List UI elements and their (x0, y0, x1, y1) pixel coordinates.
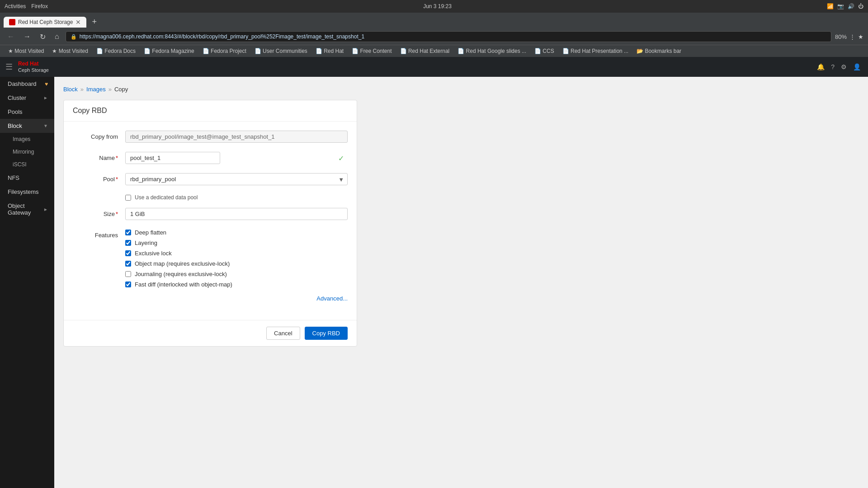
copy-rbd-card: Copy RBD Copy from Name* ✓ (63, 100, 357, 347)
bookmark-most-visited-1[interactable]: ★ Most Visited (5, 47, 47, 55)
sidebar-item-object-gateway[interactable]: Object Gateway ► (0, 199, 54, 220)
feature-object-map-checkbox[interactable] (125, 261, 131, 267)
sidebar-item-iscsi[interactable]: iSCSI (0, 158, 54, 171)
bookmark-free-content[interactable]: 📄 Free Content (348, 47, 395, 55)
bookmark-bookmarks-bar[interactable]: 📂 Bookmarks bar (633, 47, 685, 55)
activities-label[interactable]: Activities (5, 3, 26, 9)
cancel-button[interactable]: Cancel (266, 327, 300, 340)
bookmark-user-communities[interactable]: 📄 User Communities (251, 47, 311, 55)
back-button[interactable]: ← (5, 32, 17, 42)
feature-journaling-row: Journaling (requires exclusive-lock) (125, 271, 348, 277)
feature-exclusive-lock-label: Exclusive lock (135, 250, 172, 257)
reload-button[interactable]: ↻ (37, 32, 48, 42)
object-gateway-chevron-icon: ► (43, 207, 48, 212)
name-input-wrapper: ✓ (125, 152, 348, 164)
sidebar-item-dashboard[interactable]: Dashboard ♥ (0, 77, 54, 91)
mirroring-label: Mirroring (13, 149, 34, 155)
feature-deep-flatten-row: Deep flatten (125, 229, 348, 236)
dedicated-pool-checkbox[interactable] (125, 195, 131, 201)
bookmark-red-hat-external[interactable]: 📄 Red Hat External (396, 47, 453, 55)
pool-select-wrapper: rbd_primary_pool ▼ (125, 173, 348, 185)
power-icon[interactable]: ⏻ (858, 3, 863, 9)
bookmark-fedora-project[interactable]: 📄 Fedora Project (199, 47, 250, 55)
copy-from-label: Copy from (73, 131, 118, 140)
network-icon: 📶 (827, 3, 834, 9)
sidebar-item-nfs[interactable]: NFS (0, 171, 54, 185)
bookmark-ccs[interactable]: 📄 CCS (531, 47, 558, 55)
name-valid-icon: ✓ (338, 154, 344, 162)
feature-fast-diff-checkbox[interactable] (125, 282, 131, 287)
bookmark-fedora-magazine[interactable]: 📄 Fedora Magazine (140, 47, 198, 55)
heart-icon: ♥ (45, 81, 48, 87)
size-input[interactable] (125, 208, 348, 220)
feature-exclusive-lock-checkbox[interactable] (125, 250, 131, 256)
hamburger-menu-icon[interactable]: ☰ (5, 62, 13, 72)
dedicated-pool-label: Use a dedicated data pool (135, 194, 198, 201)
card-title: Copy RBD (64, 100, 357, 122)
help-icon[interactable]: ? (831, 63, 835, 70)
card-body: Copy from Name* ✓ (64, 122, 357, 320)
copy-from-input (125, 131, 348, 143)
app-container: ☰ Red Hat Ceph Storage Dashboard ♥ Clust… (0, 57, 868, 488)
sidebar-item-block[interactable]: Block ▼ (0, 119, 54, 133)
dashboard-label: Dashboard (8, 80, 37, 87)
iscsi-label: iSCSI (13, 161, 27, 168)
sidebar-nav: Dashboard ♥ Cluster ► Pools Block ▼ Imag… (0, 77, 54, 488)
feature-deep-flatten-checkbox[interactable] (125, 230, 131, 235)
breadcrumb-sep-2: » (108, 86, 112, 93)
home-button[interactable]: ⌂ (52, 32, 62, 42)
sidebar-item-mirroring[interactable]: Mirroring (0, 145, 54, 158)
pool-select[interactable]: rbd_primary_pool (125, 173, 348, 185)
sidebar-item-images[interactable]: Images (0, 133, 54, 145)
feature-deep-flatten-label: Deep flatten (135, 229, 166, 236)
copy-rbd-button[interactable]: Copy RBD (305, 327, 348, 340)
bookmark-red-hat[interactable]: 📄 Red Hat (312, 47, 347, 55)
new-tab-button[interactable]: + (88, 15, 100, 28)
lock-icon: 🔒 (71, 34, 77, 40)
feature-layering-row: Layering (125, 239, 348, 246)
notifications-icon[interactable]: 🔔 (817, 63, 825, 70)
settings-icon[interactable]: ⚙ (841, 63, 847, 70)
tab-bar: Red Hat Ceph Storage ✕ + (0, 13, 868, 28)
card-footer: Cancel Copy RBD (64, 320, 357, 346)
bookmark-fedora-docs[interactable]: 📄 Fedora Docs (93, 47, 139, 55)
content-area: Block » Images » Copy Copy RBD Copy from (54, 77, 868, 356)
nfs-label: NFS (8, 174, 19, 181)
browser-nav-bar: ← → ↻ ⌂ 🔒 https://magna006.ceph.redhat.c… (0, 28, 868, 45)
bookmark-red-hat-presentation[interactable]: 📄 Red Hat Presentation ... (559, 47, 632, 55)
bookmark-most-visited-2[interactable]: ★ Most Visited (48, 47, 91, 55)
name-input[interactable] (125, 152, 220, 164)
address-bar[interactable]: 🔒 https://magna006.ceph.redhat.com:8443/… (66, 31, 831, 42)
feature-exclusive-lock-row: Exclusive lock (125, 250, 348, 257)
images-label: Images (13, 136, 30, 142)
cluster-label: Cluster (8, 94, 26, 101)
feature-layering-label: Layering (135, 239, 157, 246)
sidebar-item-pools[interactable]: Pools (0, 105, 54, 119)
bookmark-red-hat-slides[interactable]: 📄 Red Hat Google slides ... (454, 47, 530, 55)
product-name: Ceph Storage (18, 67, 49, 73)
feature-layering-checkbox[interactable] (125, 240, 131, 246)
breadcrumb-images[interactable]: Images (86, 86, 106, 93)
size-label: Size* (73, 208, 118, 217)
feature-journaling-checkbox[interactable] (125, 271, 131, 277)
bookmark-star-icon[interactable]: ★ (858, 33, 863, 40)
bluetooth-icon: 📷 (837, 3, 844, 9)
user-icon[interactable]: 👤 (853, 63, 861, 70)
breadcrumb-block[interactable]: Block (63, 86, 78, 93)
filesystems-label: Filesystems (8, 188, 39, 195)
firefox-label[interactable]: Firefox (31, 3, 48, 9)
tab-close-button[interactable]: ✕ (75, 19, 81, 25)
bookmarks-bar: ★ Most Visited ★ Most Visited 📄 Fedora D… (0, 45, 868, 57)
advanced-link[interactable]: Advanced... (125, 291, 348, 302)
size-row: Size* (73, 208, 348, 220)
sidebar-item-cluster[interactable]: Cluster ► (0, 91, 54, 105)
breadcrumb-sep-1: » (80, 86, 84, 93)
menu-icon[interactable]: ⋮ (849, 33, 855, 40)
browser-tab[interactable]: Red Hat Ceph Storage ✕ (4, 17, 86, 28)
name-row: Name* ✓ (73, 152, 348, 164)
app-topbar: 🔔 ? ⚙ 👤 (54, 57, 868, 77)
sidebar-item-filesystems[interactable]: Filesystems (0, 185, 54, 199)
copy-from-row: Copy from (73, 131, 348, 143)
forward-button[interactable]: → (21, 32, 33, 42)
app-header: ☰ Red Hat Ceph Storage (0, 57, 54, 77)
